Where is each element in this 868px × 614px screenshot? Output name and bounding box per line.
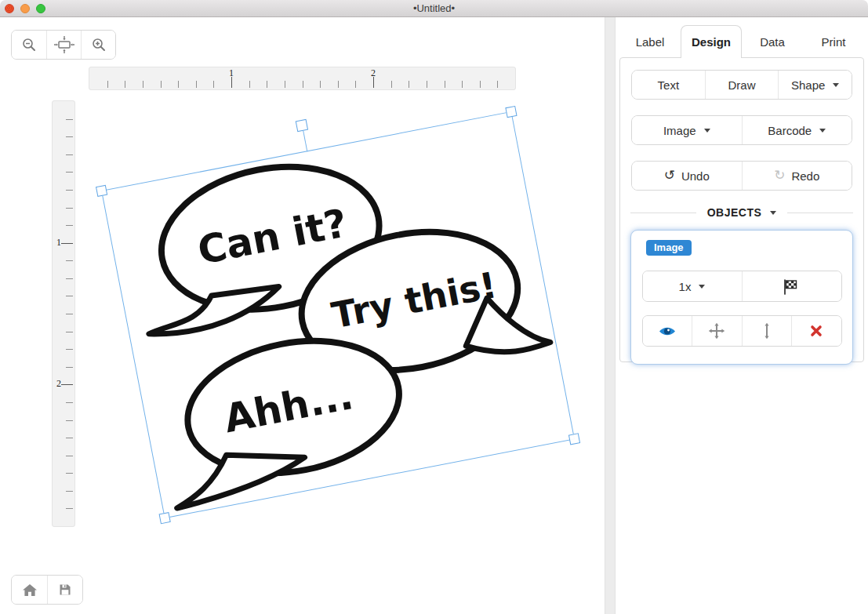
undo-label: Undo	[681, 169, 710, 183]
ruler-tick	[66, 225, 73, 226]
objects-header-label: OBJECTS	[707, 206, 762, 219]
chevron-down-icon	[833, 83, 839, 87]
scale-value-label: 1x	[679, 280, 692, 293]
image-tool-label: Image	[663, 124, 696, 137]
ruler-tick	[178, 81, 179, 88]
fit-to-label-button[interactable]	[46, 31, 81, 59]
ruler-tick	[66, 119, 73, 120]
ruler-tick	[66, 154, 73, 155]
magnifier-plus-icon	[91, 37, 107, 53]
ruler-tick	[497, 81, 498, 88]
zoom-out-button[interactable]	[12, 31, 46, 59]
zoom-in-button[interactable]	[81, 31, 115, 59]
ruler-tick	[480, 81, 481, 88]
redo-label: Redo	[791, 169, 819, 183]
divider-line	[787, 213, 853, 213]
vertical-resize-button[interactable]	[742, 316, 792, 346]
window-titlebar: •Untitled•	[0, 0, 868, 17]
ruler-tick	[66, 190, 73, 191]
insert-tools-group-2: Image Barcode	[631, 115, 852, 145]
ruler-tick	[355, 81, 356, 88]
tab-label[interactable]: Label	[619, 25, 681, 58]
scale-dropdown-button[interactable]: 1x	[643, 271, 742, 301]
panel-divider	[605, 17, 616, 614]
ruler-tick	[66, 332, 73, 332]
ruler-tick	[66, 349, 73, 350]
save-button[interactable]	[47, 576, 82, 604]
ruler-tick	[66, 172, 73, 173]
visibility-button[interactable]	[643, 316, 692, 346]
ruler-unit-label: 2	[56, 378, 61, 390]
ruler-unit-label: 2	[371, 67, 376, 79]
selected-image-object[interactable]: Can it? Try this! Ahh...	[101, 111, 575, 518]
ruler-tick	[249, 81, 250, 88]
insert-tools-group-1: Text Draw Shape	[631, 70, 852, 100]
ruler-tick	[303, 81, 303, 88]
undo-button[interactable]: ↺ Undo	[632, 162, 742, 190]
object-actions-row	[642, 315, 842, 347]
finish-flag-button[interactable]	[742, 271, 841, 301]
rotate-handle[interactable]	[295, 119, 307, 132]
ruler-horizontal: 12	[89, 67, 516, 90]
tab-data[interactable]: Data	[742, 25, 803, 58]
side-panel: Label Design Data Print Text Draw Shape	[616, 17, 868, 614]
redo-button[interactable]: ↻ Redo	[742, 162, 852, 190]
ruler-tick	[66, 296, 73, 296]
ruler-tick	[66, 367, 73, 368]
ruler-tick	[267, 81, 267, 88]
chevron-down-icon	[699, 285, 705, 289]
rotation-stem	[303, 131, 307, 152]
draw-tool-label: Draw	[728, 78, 756, 92]
text-tool-button[interactable]: Text	[632, 71, 705, 99]
ruler-tick	[320, 81, 321, 88]
chevron-down-icon	[770, 211, 776, 215]
ruler-tick	[66, 402, 73, 403]
house-icon	[22, 583, 38, 597]
object-type-badge: Image	[646, 240, 692, 256]
fit-to-label-icon	[53, 35, 75, 54]
file-toolbar	[11, 575, 83, 605]
delete-button[interactable]	[791, 316, 841, 346]
object-item-card[interactable]: Image 1x	[630, 230, 853, 365]
text-tool-label: Text	[658, 78, 680, 92]
ruler-tick	[445, 81, 445, 88]
ruler-unit-label: 1	[56, 236, 61, 248]
shape-tool-button[interactable]: Shape	[778, 71, 852, 99]
resize-handle-bottom-left[interactable]	[159, 512, 171, 524]
ruler-tick	[66, 260, 73, 261]
tab-design[interactable]: Design	[681, 25, 742, 58]
ruler-tick	[285, 81, 285, 88]
draw-tool-button[interactable]: Draw	[705, 71, 779, 99]
move-button[interactable]	[692, 316, 742, 346]
ruler-tick	[427, 81, 427, 88]
redo-icon: ↻	[774, 169, 785, 182]
design-canvas[interactable]: 12 12 Can it? Try this! Ahh...	[0, 17, 605, 614]
resize-handle-bottom-right[interactable]	[568, 433, 580, 445]
ruler-tick	[66, 314, 73, 314]
objects-header-toggle[interactable]: OBJECTS	[707, 206, 777, 219]
object-options-row: 1x	[642, 271, 842, 302]
ruler-tick	[61, 243, 73, 244]
ruler-unit-label: 1	[229, 67, 234, 79]
ruler-tick	[338, 81, 339, 88]
image-tool-button[interactable]: Image	[632, 116, 742, 144]
ruler-tick	[66, 456, 73, 456]
resize-handle-top-left[interactable]	[96, 185, 107, 197]
ruler-tick	[66, 438, 73, 438]
objects-section-header: OBJECTS	[630, 206, 853, 219]
resize-handle-top-right[interactable]	[505, 106, 517, 118]
ruler-tick	[196, 81, 197, 88]
ruler-tick	[66, 420, 73, 421]
ruler-tick	[61, 384, 73, 385]
barcode-tool-button[interactable]: Barcode	[742, 116, 852, 144]
tab-print[interactable]: Print	[803, 25, 864, 58]
ruler-tick	[125, 81, 125, 88]
design-pane: Text Draw Shape Image Barcode	[619, 57, 864, 362]
ruler-tick	[66, 508, 73, 509]
ruler-tick	[66, 136, 73, 137]
move-arrows-icon	[708, 322, 725, 340]
tab-bar: Label Design Data Print	[619, 25, 864, 57]
chevron-down-icon	[704, 129, 710, 133]
shape-tool-label: Shape	[791, 78, 825, 92]
home-button[interactable]	[12, 576, 47, 604]
